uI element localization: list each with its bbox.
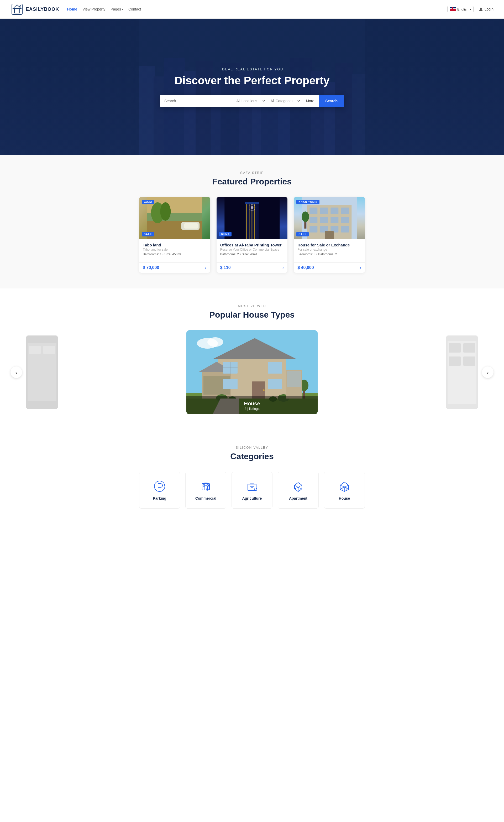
carousel-side-left	[26, 336, 58, 409]
popular-section-label: MOST VIEWED	[0, 304, 504, 308]
properties-grid: GAZA SALE Tabo land Tabo land for sale B…	[139, 197, 365, 273]
hero-title: Discover the Perfect Property	[175, 74, 330, 87]
property-details-2: Bathrooms: 2 • Size: 20m²	[220, 253, 284, 256]
nav-pages[interactable]: Pages ▾	[111, 7, 123, 11]
svg-rect-8	[154, 76, 165, 155]
featured-section-title: Featured Properties	[11, 177, 493, 186]
category-house-label: House	[339, 496, 350, 500]
svg-point-41	[251, 206, 253, 209]
category-house[interactable]: House	[324, 472, 365, 509]
svg-marker-113	[295, 483, 302, 487]
logo[interactable]: EASILYBOOK	[11, 3, 59, 16]
property-arrow-3[interactable]: ›	[360, 265, 361, 270]
svg-rect-29	[184, 223, 198, 229]
lang-dropdown-arrow: ▾	[470, 8, 471, 11]
property-status-1: SALE	[142, 232, 154, 237]
property-img-1: GAZA SALE	[139, 197, 210, 239]
property-footer-1: $ 70,000 ›	[139, 263, 210, 273]
category-agriculture-label: Agriculture	[242, 496, 262, 500]
user-icon	[479, 7, 483, 11]
svg-line-115	[295, 487, 298, 489]
property-type-2: Reserve Your Office or Commercial Space	[220, 248, 284, 252]
property-type-1: Tabo land for sale	[143, 248, 207, 252]
svg-rect-48	[310, 217, 318, 223]
skyline-svg	[0, 19, 504, 155]
svg-rect-97	[463, 357, 475, 366]
property-price-1: $ 70,000	[143, 265, 159, 270]
svg-rect-44	[310, 208, 318, 214]
svg-rect-96	[449, 357, 461, 366]
svg-point-5	[480, 8, 482, 9]
carousel-label: House 4 | listings	[186, 396, 318, 414]
svg-point-58	[302, 212, 309, 222]
featured-section-label: GAZA STRIP	[11, 171, 493, 175]
more-button[interactable]: More	[301, 95, 319, 107]
property-info-2: Offices at Al-Taba Printing Tower Reserv…	[217, 239, 288, 263]
svg-rect-22	[352, 74, 365, 155]
category-agriculture[interactable]: Agriculture	[232, 472, 272, 509]
property-status-3: SALE	[296, 232, 309, 237]
property-footer-2: $ 110 ›	[217, 263, 288, 273]
property-arrow-1[interactable]: ›	[205, 265, 206, 270]
carousel-next-button[interactable]: ›	[482, 367, 493, 378]
svg-rect-51	[341, 217, 349, 223]
logo-icon	[11, 3, 24, 16]
property-footer-3: $ 40,000 ›	[294, 263, 365, 273]
svg-rect-102	[207, 485, 208, 486]
svg-rect-56	[325, 231, 334, 239]
carousel-side-right	[446, 336, 478, 409]
search-bar: All Locations All Categories More Search	[160, 95, 344, 107]
hero-section: IDEAL REAL ESTATE FOR YOU Discover the P…	[0, 19, 504, 155]
svg-rect-17	[278, 76, 291, 155]
svg-point-74	[263, 389, 265, 391]
nav-home[interactable]: Home	[67, 7, 77, 11]
nav-view-property[interactable]: View Property	[82, 7, 105, 11]
property-badge-3: KHAN YUNIS	[296, 199, 319, 204]
agriculture-icon	[246, 480, 258, 493]
carousel-prev-button[interactable]: ‹	[11, 367, 22, 378]
svg-marker-118	[340, 482, 349, 487]
svg-rect-62	[43, 346, 55, 354]
svg-rect-49	[320, 217, 328, 223]
hero-content: IDEAL REAL ESTATE FOR YOU Discover the P…	[175, 67, 330, 87]
language-selector[interactable]: English ▾	[447, 6, 474, 12]
search-input[interactable]	[160, 95, 232, 107]
svg-rect-50	[331, 217, 339, 223]
category-commercial[interactable]: Commercial	[185, 472, 226, 509]
svg-rect-47	[341, 208, 349, 214]
svg-point-4	[19, 5, 20, 7]
svg-rect-78	[268, 379, 282, 389]
popular-section: MOST VIEWED Popular House Types ‹	[0, 289, 504, 430]
categories-section: SILICON VALLEY Categories Parking Comm	[0, 430, 504, 524]
location-select[interactable]: All Locations	[232, 95, 266, 107]
category-select[interactable]: All Categories	[266, 95, 301, 107]
commercial-icon	[199, 480, 212, 493]
nav-contact[interactable]: Contact	[128, 7, 141, 11]
property-card-2: RENT Offices at Al-Taba Printing Tower R…	[217, 197, 288, 273]
svg-rect-20	[324, 82, 336, 155]
login-button[interactable]: Login	[479, 7, 493, 11]
property-img-3: KHAN YUNIS SALE	[294, 197, 365, 239]
categories-section-label: SILICON VALLEY	[11, 446, 493, 449]
property-info-3: House for Sale or Exchange For sale or e…	[294, 239, 365, 263]
category-parking-label: Parking	[153, 496, 166, 500]
apartment-icon	[292, 480, 305, 493]
svg-rect-76	[268, 362, 282, 374]
property-info-1: Tabo land Tabo land for sale Bathrooms: …	[139, 239, 210, 263]
svg-rect-7	[139, 66, 155, 155]
svg-rect-46	[331, 208, 339, 214]
property-arrow-2[interactable]: ›	[282, 265, 284, 270]
svg-rect-61	[29, 346, 41, 354]
featured-section: GAZA STRIP Featured Properties GAZA	[0, 155, 504, 289]
category-apartment[interactable]: Apartment	[278, 472, 319, 509]
svg-rect-55	[341, 226, 349, 233]
flag-icon	[450, 7, 456, 11]
svg-rect-52	[310, 226, 318, 233]
svg-line-116	[298, 487, 302, 489]
property-name-2: Offices at Al-Taba Printing Tower	[220, 243, 284, 247]
category-parking[interactable]: Parking	[139, 472, 180, 509]
svg-rect-101	[203, 485, 205, 486]
search-button[interactable]: Search	[319, 95, 344, 107]
logo-text: EASILYBOOK	[26, 7, 59, 12]
category-commercial-label: Commercial	[195, 496, 216, 500]
